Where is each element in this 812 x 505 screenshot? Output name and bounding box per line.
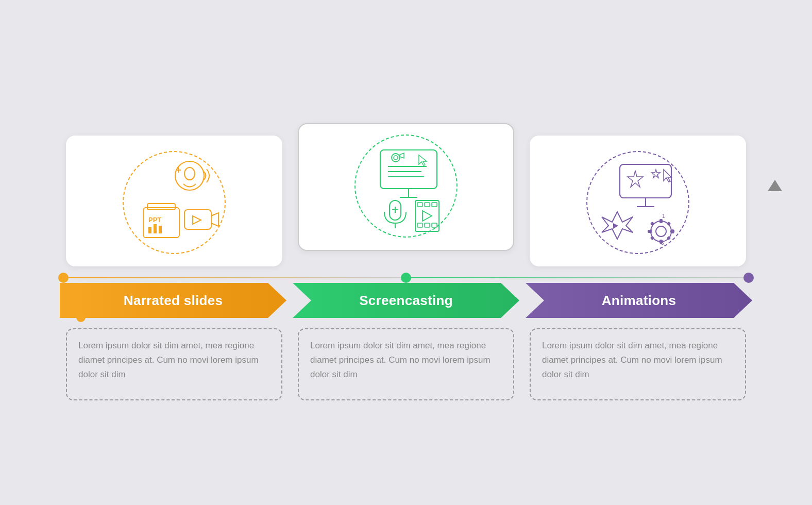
dashed-circle-narrated bbox=[123, 151, 226, 254]
arrows-row: Narrated slides Screencasting Animations bbox=[58, 283, 754, 318]
dashed-circle-animations bbox=[586, 151, 689, 254]
arrow-animations: Animations bbox=[526, 283, 752, 318]
desc-box-animations: Lorem ipsum dolor sit dim amet, mea regi… bbox=[530, 328, 746, 400]
arrow-screencasting: Screencasting bbox=[293, 283, 519, 318]
card-icon-area-narrated: PPT bbox=[107, 151, 241, 254]
card-narrated-slides: PPT bbox=[66, 136, 282, 266]
progress-row bbox=[58, 273, 754, 283]
arrow-shape-narrated: Narrated slides bbox=[60, 283, 286, 318]
desc-box-narrated: Lorem ipsum dolor sit dim amet, mea regi… bbox=[66, 328, 282, 400]
card-animations: 1 2 3 4 bbox=[530, 136, 746, 266]
up-arrow-indicator bbox=[768, 180, 782, 191]
arrow-shape-screencasting: Screencasting bbox=[293, 283, 519, 318]
progress-line-2 bbox=[411, 277, 743, 278]
arrow-label-narrated: Narrated slides bbox=[124, 293, 223, 309]
progress-dot-1 bbox=[58, 273, 69, 283]
dot-narrated bbox=[76, 313, 86, 322]
cards-row: PPT bbox=[25, 105, 787, 266]
card-screencasting bbox=[298, 123, 514, 251]
desc-text-animations: Lorem ipsum dolor sit dim amet, mea regi… bbox=[542, 339, 734, 382]
card-icon-area-screencasting bbox=[339, 134, 473, 238]
arrow-shape-animations: Animations bbox=[526, 283, 752, 318]
infographic-container: PPT bbox=[25, 26, 787, 479]
card-icon-area-animations: 1 2 3 4 bbox=[571, 151, 705, 254]
arrow-narrated: Narrated slides bbox=[60, 283, 286, 318]
dashed-circle-screencasting bbox=[354, 134, 458, 238]
arrow-label-screencasting: Screencasting bbox=[359, 293, 453, 309]
desc-box-screencasting: Lorem ipsum dolor sit dim amet, mea regi… bbox=[298, 328, 514, 400]
desc-row: Lorem ipsum dolor sit dim amet, mea regi… bbox=[58, 328, 754, 400]
desc-text-screencasting: Lorem ipsum dolor sit dim amet, mea regi… bbox=[310, 339, 502, 382]
progress-dot-3 bbox=[743, 273, 754, 283]
progress-line-1 bbox=[69, 277, 401, 278]
arrow-label-animations: Animations bbox=[602, 293, 676, 309]
progress-dot-2 bbox=[401, 273, 411, 283]
desc-text-narrated: Lorem ipsum dolor sit dim amet, mea regi… bbox=[78, 339, 270, 382]
